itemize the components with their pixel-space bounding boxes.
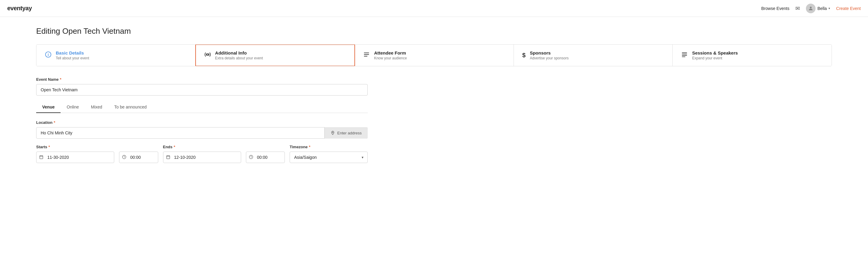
ends-time-wrapper xyxy=(246,152,285,163)
step-basic-details[interactable]: i Basic Details Tell about your event xyxy=(36,44,195,66)
step-attendee-form-text: Attendee Form Know your audience xyxy=(374,50,407,60)
sponsors-icon: $ xyxy=(522,52,526,59)
ends-date-wrapper xyxy=(163,152,241,163)
venue-tabs: Venue Online Mixed To be announced xyxy=(36,101,368,113)
starts-label: Starts * xyxy=(36,145,114,149)
step-additional-info-title: Additional Info xyxy=(215,50,263,55)
tab-mixed[interactable]: Mixed xyxy=(85,101,108,113)
ends-date-group: Ends * xyxy=(163,145,241,163)
location-pin-icon xyxy=(331,131,335,135)
steps-bar: i Basic Details Tell about your event Ad… xyxy=(36,44,832,66)
step-attendee-form[interactable]: Attendee Form Know your audience xyxy=(355,44,514,66)
tab-to-be-announced[interactable]: To be announced xyxy=(108,101,153,113)
dates-row: Starts * time xyxy=(36,145,368,163)
enter-address-button[interactable]: Enter address xyxy=(324,127,368,139)
logo[interactable]: eventyay xyxy=(7,5,32,12)
location-required: * xyxy=(54,120,55,125)
page-title: Editing Open Tech Vietnam xyxy=(36,27,832,36)
starts-date-group: Starts * xyxy=(36,145,114,163)
timezone-label: Timezone * xyxy=(290,145,368,149)
starts-time-group: time xyxy=(119,145,158,163)
step-basic-details-title: Basic Details xyxy=(56,50,89,55)
navbar: eventyay Browse Events ✉ Bella ▾ Create … xyxy=(0,0,868,17)
timezone-wrapper: Asia/Saigon UTC America/New_York ▼ xyxy=(290,152,368,163)
user-menu[interactable]: Bella ▾ xyxy=(806,4,830,13)
step-attendee-form-subtitle: Know your audience xyxy=(374,56,407,60)
step-sponsors-title: Sponsors xyxy=(530,50,569,55)
additional-info-icon xyxy=(204,51,211,60)
step-sessions-speakers-subtitle: Expand your event xyxy=(692,56,738,60)
step-sessions-speakers-title: Sessions & Speakers xyxy=(692,50,738,55)
location-input[interactable] xyxy=(36,127,368,139)
event-name-row: Event Name * xyxy=(36,77,368,95)
attendee-form-icon xyxy=(363,51,370,60)
starts-time-input[interactable] xyxy=(119,152,158,163)
event-name-label: Event Name * xyxy=(36,77,368,82)
ends-time-input[interactable] xyxy=(246,152,285,163)
ends-required: * xyxy=(174,145,175,149)
navbar-right: Browse Events ✉ Bella ▾ Create Event xyxy=(761,4,861,13)
step-sessions-speakers[interactable]: Sessions & Speakers Expand your event xyxy=(673,44,832,66)
step-additional-info[interactable]: Additional Info Extra details about your… xyxy=(195,44,355,66)
location-row: Location * Enter address xyxy=(36,120,368,139)
enter-address-label: Enter address xyxy=(337,131,362,135)
step-attendee-form-title: Attendee Form xyxy=(374,50,407,55)
location-label: Location * xyxy=(36,120,368,125)
timezone-select[interactable]: Asia/Saigon UTC America/New_York xyxy=(290,152,368,163)
mail-icon[interactable]: ✉ xyxy=(795,5,800,12)
avatar xyxy=(806,4,815,13)
sessions-speakers-icon xyxy=(681,51,688,60)
timezone-group: Timezone * Asia/Saigon UTC America/New_Y… xyxy=(290,145,368,163)
step-sessions-speakers-text: Sessions & Speakers Expand your event xyxy=(692,50,738,60)
step-sponsors-text: Sponsors Advertise your sponsors xyxy=(530,50,569,60)
username: Bella xyxy=(817,6,827,11)
user-chevron-icon: ▾ xyxy=(829,7,830,10)
location-input-wrapper: Enter address xyxy=(36,127,368,139)
tab-venue[interactable]: Venue xyxy=(36,101,61,113)
browse-events-link[interactable]: Browse Events xyxy=(761,6,789,11)
starts-time-wrapper xyxy=(119,152,158,163)
starts-date-wrapper xyxy=(36,152,114,163)
starts-date-input[interactable] xyxy=(36,152,114,163)
step-sponsors-subtitle: Advertise your sponsors xyxy=(530,56,569,60)
step-additional-info-text: Additional Info Extra details about your… xyxy=(215,50,263,60)
step-basic-details-text: Basic Details Tell about your event xyxy=(56,50,89,60)
tab-online[interactable]: Online xyxy=(61,101,85,113)
ends-date-input[interactable] xyxy=(163,152,241,163)
starts-required: * xyxy=(49,145,50,149)
create-event-link[interactable]: Create Event xyxy=(836,6,861,11)
step-basic-details-subtitle: Tell about your event xyxy=(56,56,89,60)
step-additional-info-subtitle: Extra details about your event xyxy=(215,56,263,60)
svg-text:i: i xyxy=(48,53,49,57)
ends-label: Ends * xyxy=(163,145,241,149)
form-section: Event Name * Venue Online Mixed To be an… xyxy=(36,77,368,163)
step-sponsors[interactable]: $ Sponsors Advertise your sponsors xyxy=(514,44,673,66)
timezone-required: * xyxy=(309,145,310,149)
ends-time-group: time xyxy=(246,145,285,163)
svg-point-3 xyxy=(207,54,209,55)
basic-details-icon: i xyxy=(45,51,52,60)
event-name-input[interactable] xyxy=(36,84,368,95)
svg-point-0 xyxy=(810,7,812,8)
main-content: Editing Open Tech Vietnam i Basic Detail… xyxy=(0,17,868,178)
event-name-required: * xyxy=(60,77,61,82)
